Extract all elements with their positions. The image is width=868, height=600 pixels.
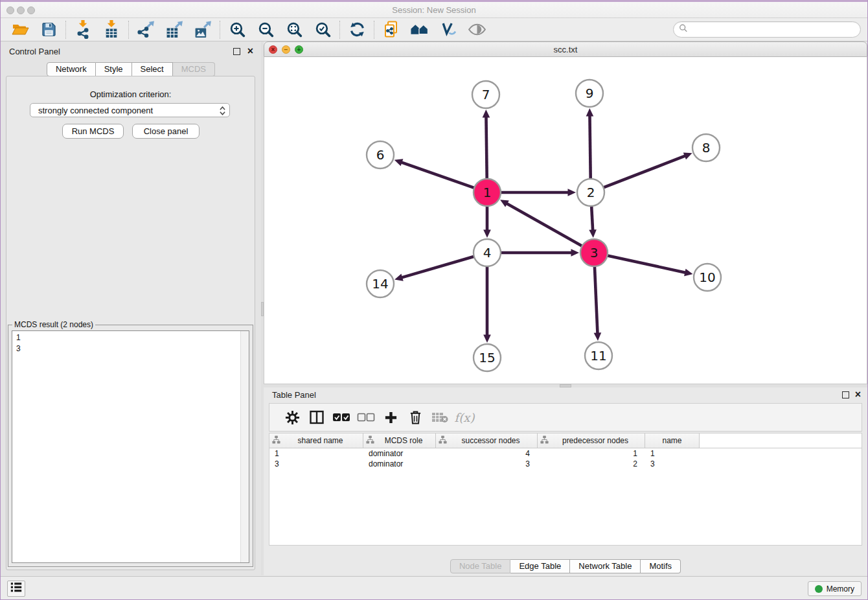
export-network-icon[interactable] <box>131 19 160 40</box>
tab-mcds[interactable]: MCDS <box>173 62 215 76</box>
zoom-out-icon[interactable] <box>251 19 280 40</box>
apply-style-icon[interactable] <box>434 19 463 40</box>
graph-edge-3-1[interactable] <box>506 203 583 246</box>
zoom-selected-icon[interactable] <box>308 19 337 40</box>
graph-node-label-4: 4 <box>483 245 492 260</box>
tab-network[interactable]: Network <box>47 62 96 76</box>
cell-predecessor-nodes[interactable]: 1 <box>538 448 645 459</box>
new-network-from-selection-icon[interactable] <box>377 19 405 40</box>
graph-edge-2-9[interactable] <box>589 115 590 180</box>
float-panel-icon[interactable] <box>233 48 240 55</box>
graph-edge-1-6[interactable] <box>401 162 475 189</box>
cell-shared-name[interactable]: 3 <box>269 459 363 469</box>
settings-gear-icon[interactable] <box>280 406 304 429</box>
mcds-result-text: 1 3 <box>16 332 21 354</box>
open-folder-icon[interactable] <box>6 19 34 40</box>
table-row-2[interactable]: 3dominator323 <box>269 459 862 469</box>
mcds-result-group: MCDS result (2 nodes) 1 3 <box>8 320 253 567</box>
function-builder-icon: f(x) <box>452 406 477 429</box>
application-window: Session: New Session <box>0 0 868 600</box>
show-graphics-details-icon[interactable] <box>463 19 491 40</box>
close-panel-button[interactable]: Close panel <box>132 124 200 139</box>
graph-edge-2-8[interactable] <box>602 156 686 188</box>
apply-layout-icon[interactable] <box>343 19 371 40</box>
column-header-label: name <box>648 436 696 445</box>
graph-edge-1-6-arrow <box>394 159 404 166</box>
close-panel-icon[interactable]: × <box>247 45 253 58</box>
toolbar-separator <box>65 21 66 39</box>
cell-name[interactable]: 1 <box>645 448 700 459</box>
graph-edge-3-11[interactable] <box>595 265 598 334</box>
delete-trash-icon[interactable] <box>403 406 428 429</box>
column-namespace-icon <box>272 435 280 446</box>
zoom-in-icon[interactable] <box>223 19 251 40</box>
search-input[interactable] <box>691 25 858 34</box>
cell-name[interactable]: 3 <box>645 459 700 469</box>
tab-style[interactable]: Style <box>96 62 132 76</box>
float-table-panel-icon[interactable] <box>842 391 849 398</box>
zoom-fit-icon[interactable] <box>280 19 308 40</box>
column-namespace-icon <box>439 435 447 446</box>
first-neighbors-icon[interactable] <box>405 19 434 40</box>
save-icon[interactable] <box>34 19 63 40</box>
tab-network-table[interactable]: Network Table <box>570 559 641 573</box>
window-title: Session: New Session <box>1 5 867 15</box>
tab-node-table[interactable]: Node Table <box>450 559 511 573</box>
result-scrollbar[interactable] <box>240 331 249 562</box>
mcds-result-box: 1 3 <box>12 330 249 563</box>
graph-edge-2-3-arrow <box>589 229 597 238</box>
column-header-shared-name[interactable]: shared name <box>269 433 363 448</box>
status-bar: Memory <box>1 576 867 599</box>
memory-label: Memory <box>827 584 854 594</box>
show-columns-icon[interactable] <box>304 406 329 429</box>
network-canvas[interactable]: 7968124314101511 <box>264 57 867 384</box>
close-table-panel-icon[interactable]: × <box>855 388 861 401</box>
column-header-successor-nodes[interactable]: successor nodes <box>436 433 538 448</box>
graph-node-label-6: 6 <box>376 147 385 163</box>
graph-edge-4-14[interactable] <box>401 256 475 277</box>
import-table-icon[interactable] <box>97 19 126 40</box>
criterion-select[interactable]: strongly connected component <box>30 103 230 117</box>
network-graph: 7968124314101511 <box>264 57 867 384</box>
cell-shared-name[interactable]: 1 <box>269 448 363 459</box>
graph-edge-2-3[interactable] <box>591 205 593 231</box>
table-header-row: shared nameMCDS rolesuccessor nodesprede… <box>269 433 862 448</box>
cell-MCDS-role[interactable]: dominator <box>363 448 436 459</box>
node-table[interactable]: shared nameMCDS rolesuccessor nodesprede… <box>269 433 862 546</box>
graph-edge-3-10[interactable] <box>606 255 687 273</box>
cell-MCDS-role[interactable]: dominator <box>363 459 436 469</box>
table-row-1[interactable]: 1dominator411 <box>269 448 862 459</box>
run-mcds-button[interactable]: Run MCDS <box>62 124 124 139</box>
memory-button[interactable]: Memory <box>808 581 862 596</box>
tab-edge-table[interactable]: Edge Table <box>510 559 570 573</box>
cell-successor-nodes[interactable]: 3 <box>436 459 538 469</box>
graph-node-label-11: 11 <box>590 348 606 363</box>
add-icon[interactable] <box>378 406 403 429</box>
task-history-button[interactable] <box>7 581 25 597</box>
export-table-icon[interactable] <box>160 19 188 40</box>
column-header-label: successor nodes <box>447 436 534 445</box>
table-panel: Table Panel × <box>264 387 867 575</box>
graph-edge-1-7[interactable] <box>486 116 486 180</box>
export-image-icon[interactable] <box>188 19 217 40</box>
tab-select[interactable]: Select <box>132 62 173 76</box>
control-panel: Control Panel × NetworkStyleSelectMCDS O… <box>1 41 261 575</box>
tab-motifs[interactable]: Motifs <box>641 559 681 573</box>
cell-predecessor-nodes[interactable]: 2 <box>538 459 645 469</box>
network-window-titlebar: × − + scc.txt <box>264 41 867 57</box>
table-panel-title: Table Panel <box>272 390 316 400</box>
column-header-predecessor-nodes[interactable]: predecessor nodes <box>538 433 645 448</box>
deselect-all-columns-icon[interactable] <box>354 406 378 429</box>
search-icon <box>679 23 688 36</box>
graph-node-label-2: 2 <box>587 185 595 200</box>
column-header-name[interactable]: name <box>645 433 700 448</box>
graph-edge-3-11-arrow <box>594 332 602 341</box>
cell-successor-nodes[interactable]: 4 <box>436 448 538 459</box>
graph-edge-1-2-arrow <box>568 189 577 196</box>
list-icon <box>10 582 23 595</box>
column-header-MCDS-role[interactable]: MCDS role <box>363 433 436 448</box>
search-box <box>673 21 861 38</box>
graph-edge-1-4-arrow <box>483 230 491 238</box>
select-all-columns-icon[interactable] <box>329 406 354 429</box>
import-network-icon[interactable] <box>69 19 97 40</box>
